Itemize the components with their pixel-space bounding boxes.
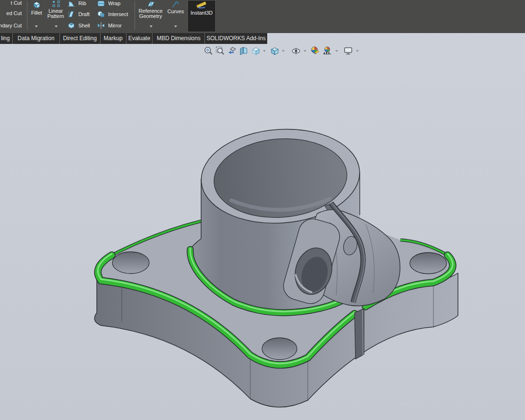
linear-pattern-label: Linear Pattern — [45, 9, 66, 19]
wrap-label[interactable]: Wrap — [108, 0, 120, 6]
display-style-icon[interactable] — [270, 46, 280, 56]
apply-scene-icon[interactable] — [322, 46, 333, 56]
reference-geometry-button[interactable]: Reference Geometry — [137, 0, 165, 31]
fillet-button[interactable]: Fillet — [28, 0, 45, 31]
shell-label[interactable]: Shell — [78, 23, 90, 28]
zoom-to-area-icon[interactable] — [215, 46, 226, 56]
ribbon-separator — [27, 1, 27, 30]
curves-button[interactable]: Curves — [166, 0, 186, 31]
edit-appearance-icon[interactable] — [310, 46, 321, 56]
tab-data-migration[interactable]: Data Migration — [12, 33, 59, 44]
heads-up-view-toolbar — [203, 46, 364, 57]
corner-hole-front[interactable] — [262, 338, 297, 360]
tab-markup[interactable]: Markup — [100, 33, 126, 44]
previous-view-icon[interactable] — [227, 46, 237, 56]
curves-dropdown[interactable] — [174, 26, 177, 27]
rib-icon[interactable] — [67, 0, 76, 9]
linear-pattern-dropdown[interactable] — [55, 26, 58, 27]
fillet-icon — [32, 0, 41, 9]
instant3d-button[interactable]: Instant3D — [187, 0, 216, 32]
intersect-icon[interactable] — [97, 10, 105, 18]
tab-direct-editing[interactable]: Direct Editing — [59, 33, 100, 44]
lofted-cut-label-partial[interactable]: ed Cut — [7, 10, 22, 16]
reference-geometry-dropdown[interactable] — [150, 26, 152, 27]
view-settings-icon[interactable] — [343, 46, 354, 56]
view-orientation-icon[interactable] — [251, 46, 261, 56]
rib-label[interactable]: Rib — [78, 0, 86, 6]
ribbon-separator — [135, 1, 135, 30]
intersect-label[interactable]: Intersect — [108, 11, 128, 17]
linear-pattern-button[interactable]: Linear Pattern — [45, 0, 67, 31]
curves-label: Curves — [166, 9, 186, 14]
instant3d-icon — [195, 1, 208, 9]
reference-geometry-icon — [147, 0, 155, 8]
fillet-dropdown[interactable] — [35, 26, 38, 27]
part-model[interactable] — [0, 0, 525, 420]
fillet-label: Fillet — [28, 10, 45, 16]
apply-scene-dropdown[interactable] — [335, 50, 338, 52]
view-orientation-dropdown[interactable] — [263, 50, 266, 52]
hide-show-items-icon[interactable] — [291, 46, 302, 56]
corner-hole-right[interactable] — [410, 253, 447, 274]
display-style-dropdown[interactable] — [282, 50, 285, 52]
tab-evaluate[interactable]: Evaluate — [126, 33, 152, 44]
swept-cut-label-partial[interactable]: t Cut — [11, 0, 22, 6]
mirror-icon[interactable] — [97, 21, 105, 30]
shell-icon[interactable] — [67, 21, 76, 30]
command-manager-tabs: ling Data Migration Direct Editing Marku… — [0, 33, 267, 44]
draft-label[interactable]: Draft — [78, 11, 90, 17]
mirror-label[interactable]: Mirror — [108, 23, 122, 28]
cut-commands-column: t Cut ed Cut ndary Cut — [0, 0, 23, 33]
curves-icon — [171, 0, 180, 8]
instant3d-label: Instant3D — [188, 10, 215, 16]
section-view-icon[interactable] — [239, 46, 249, 56]
graphics-viewport[interactable] — [0, 0, 525, 420]
corner-hole-left[interactable] — [112, 252, 149, 274]
draft-icon[interactable] — [67, 10, 76, 18]
linear-pattern-icon — [52, 0, 60, 8]
boundary-cut-label-partial[interactable]: ndary Cut — [0, 23, 22, 28]
tab-mbd-dimensions[interactable]: MBD Dimensions — [152, 33, 204, 44]
hide-show-items-dropdown[interactable] — [304, 50, 306, 52]
plate-slit[interactable] — [355, 309, 364, 359]
command-manager-ribbon: t Cut ed Cut ndary Cut Fillet Linear Pat… — [0, 0, 525, 33]
zoom-to-fit-icon[interactable] — [203, 46, 214, 56]
reference-geometry-label: Reference Geometry — [137, 9, 164, 19]
wrap-icon[interactable] — [97, 0, 105, 9]
view-settings-dropdown[interactable] — [356, 50, 359, 52]
tab-partial-ling[interactable]: ling — [0, 33, 12, 44]
tab-solidworks-add-ins[interactable]: SOLIDWORKS Add-Ins — [204, 33, 267, 44]
